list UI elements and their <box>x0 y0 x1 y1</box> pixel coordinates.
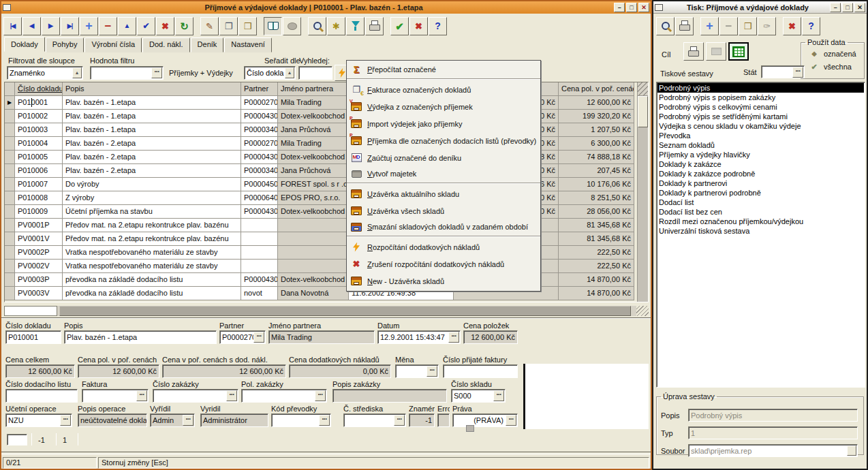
cell-cena-pol[interactable]: 222,50 Kč <box>559 246 634 260</box>
cell-cislo-dokladu[interactable]: P010004 <box>15 137 63 151</box>
cell-cislo-dokladu[interactable]: P010003 <box>15 123 63 137</box>
filter-value-input[interactable] <box>90 66 164 80</box>
close-button[interactable]: ✕ <box>854 3 865 12</box>
cell-popis[interactable]: Účetní příjemka na stavbu <box>63 205 241 219</box>
cell-cena-pol[interactable]: 81 345,68 Kč <box>559 232 634 246</box>
toolbar-button[interactable] <box>802 17 820 35</box>
cell-cislo-dokladu[interactable]: P010009 <box>15 205 63 219</box>
report-list-item[interactable]: Seznam dokladů <box>657 140 864 150</box>
scrollbar-thumb[interactable] <box>638 96 648 127</box>
cell-jmeno-partnera[interactable]: Jana Průchová <box>278 164 349 178</box>
cell-jmeno-partnera[interactable] <box>278 232 349 246</box>
tab[interactable]: Deník <box>191 37 224 52</box>
tab[interactable]: Dod. nákl. <box>142 37 190 52</box>
cell-cislo-dokladu[interactable]: PV0003P <box>15 273 63 287</box>
tab[interactable]: Výrobní čísla <box>84 37 142 52</box>
cell-cislo-dokladu[interactable]: P010008 <box>15 191 63 205</box>
report-list-item[interactable]: Podrobný výpis se setříděnými kartami <box>657 112 864 121</box>
table-row[interactable]: PV0003P převodka na základě dodacího lis… <box>5 273 648 287</box>
cell-popis[interactable]: Vratka nespotřebovaného materiálu ze sta… <box>63 246 241 260</box>
cell-partner[interactable]: P0000340 <box>241 123 278 137</box>
ellipsis-button[interactable] <box>319 415 330 426</box>
report-list-item[interactable]: Doklady k zakázce podrobně <box>657 169 864 178</box>
cell-jmeno-partnera[interactable]: Dotex-velkoobchod <box>278 110 349 123</box>
cell-cena-pol[interactable]: 14 870,00 Kč <box>559 273 634 287</box>
toolbar-button[interactable] <box>238 17 257 35</box>
cell-cislo-dokladu[interactable]: PV0001V <box>15 232 63 246</box>
cell-partner[interactable] <box>241 246 278 260</box>
cell-cislo-dokladu[interactable]: PV0002V <box>15 260 63 273</box>
tab[interactable]: Nastavení <box>224 37 272 52</box>
toolbar-button[interactable] <box>80 17 98 35</box>
maximize-button[interactable]: □ <box>626 3 637 12</box>
cell-partner[interactable]: P0000430 <box>241 273 278 287</box>
browse-button[interactable] <box>847 445 856 456</box>
print-titlebar[interactable]: Tisk: Příjmové a výdajové doklady － □ ✕ <box>653 1 867 14</box>
cell-jmeno-partnera[interactable]: Mila Trading <box>278 96 349 110</box>
tab[interactable]: Pohyby <box>46 37 84 52</box>
report-list-item[interactable]: Podrobný výpis s celkovými cenami <box>657 102 864 112</box>
header-cena-pol[interactable]: Cena pol. v poř. cenác <box>559 82 634 96</box>
resize-grip-icon[interactable] <box>636 306 649 316</box>
cell-popis[interactable]: Plav. bazén - 2.etapa <box>63 137 241 151</box>
cell-partner[interactable]: P0000340 <box>241 164 278 178</box>
cell-partner[interactable]: novot <box>241 287 278 300</box>
ellipsis-button[interactable] <box>506 415 516 426</box>
cell-partner[interactable]: P0000270 <box>241 137 278 151</box>
context-menu-item[interactable]: P Příjemka dle označených dodacích listů… <box>347 132 540 149</box>
table-row[interactable]: P010008 Z výroby P0000640 EPOS PRO, s.r.… <box>5 191 648 205</box>
table-row[interactable]: P010004 Plav. bazén - 2.etapa P0000270 M… <box>5 137 648 151</box>
toolbar-button[interactable] <box>346 17 365 35</box>
close-button[interactable]: ✕ <box>638 3 649 12</box>
toolbar-button[interactable] <box>118 17 136 35</box>
cell-cislo-dokladu[interactable]: PV0001P <box>15 219 63 232</box>
ellipsis-button[interactable] <box>394 415 405 426</box>
cell-cena-pol[interactable]: 8 251,50 Kč <box>559 191 634 205</box>
cell-partner[interactable]: P0000270 <box>241 96 278 110</box>
target-button[interactable] <box>728 42 749 61</box>
context-menu-item[interactable]: Rozpočítání dodatkových nákladů <box>347 238 540 255</box>
ellipsis-button[interactable] <box>493 390 504 401</box>
cell-cena-pol[interactable]: 207,45 Kč <box>559 164 634 178</box>
ellipsis-button[interactable] <box>253 332 264 343</box>
context-menu-item[interactable]: New - Uzávěrka skladů <box>347 272 540 289</box>
cell-cena-pol[interactable]: 74 888,18 Kč <box>559 151 634 164</box>
report-soubor-field[interactable]: sklad\prijemka.rep <box>688 444 858 457</box>
toolbar-button[interactable] <box>719 17 738 35</box>
table-row[interactable]: P010007 Do výroby P0000450 FOREST spol. … <box>5 178 648 191</box>
report-list[interactable]: Podrobný výpis Podrobný výpis s popisem … <box>656 82 865 388</box>
cell-cislo-dokladu[interactable]: PV0002P <box>15 246 63 260</box>
cell-cena-pol[interactable]: 81 345,68 Kč <box>559 219 634 232</box>
table-row[interactable]: PV0001V Předov mat. na 2.etapu rekontruk… <box>5 232 648 246</box>
context-menu-item[interactable]: Vytvoř majetek <box>347 166 540 183</box>
toolbar-button[interactable] <box>429 17 447 35</box>
cell-popis[interactable]: Plav. bazén - 1.etapa <box>63 123 241 137</box>
cell-cena-pol[interactable]: 10 176,06 Kč <box>559 178 634 191</box>
toolbar-button[interactable] <box>22 17 41 35</box>
filter-column-combo[interactable]: Znaménko <box>7 66 83 80</box>
toolbar-button[interactable] <box>308 17 326 35</box>
report-list-item[interactable]: Příjemky a výdejky hlavičky <box>657 150 864 159</box>
cell-jmeno-partnera[interactable]: Dotex-velkoobchod <box>278 151 349 164</box>
search-input[interactable] <box>298 66 332 80</box>
cell-partner[interactable]: P0000430 <box>241 110 278 123</box>
toolbar-button[interactable] <box>656 17 675 35</box>
report-list-item[interactable]: Výdejka s cenou skladu v okamžiku výdeje <box>657 121 864 131</box>
cell-popis[interactable]: převodka na základě dodacího listu <box>63 287 241 300</box>
vertical-scrollbar[interactable] <box>637 82 648 302</box>
ellipsis-button[interactable] <box>315 390 326 401</box>
cell-cislo-dokladu[interactable]: P010006 <box>15 164 63 178</box>
table-row[interactable]: P010009 Účetní příjemka na stavbu P00004… <box>5 205 648 219</box>
toolbar-button[interactable] <box>200 17 219 35</box>
toolbar-button[interactable] <box>700 17 719 35</box>
report-list-item[interactable]: Univerzální tisková sestava <box>657 226 864 236</box>
scrollbar-thumb[interactable] <box>59 306 631 316</box>
cell-popis[interactable]: Plav. bazén - 1.etapa <box>63 96 241 110</box>
ellipsis-button[interactable] <box>183 415 193 426</box>
cell-partner[interactable]: P0000640 <box>241 191 278 205</box>
table-row[interactable]: P010006 Plav. bazén - 2.etapa P0000340 J… <box>5 164 648 178</box>
cell-popis[interactable]: Předov mat. na 2.etapu rekontrukce plav.… <box>63 219 241 232</box>
cell-popis[interactable]: Plav. bazén - 2.etapa <box>63 164 241 178</box>
report-list-item[interactable]: Dodací list <box>657 198 864 207</box>
cell-popis[interactable]: Z výroby <box>63 191 241 205</box>
